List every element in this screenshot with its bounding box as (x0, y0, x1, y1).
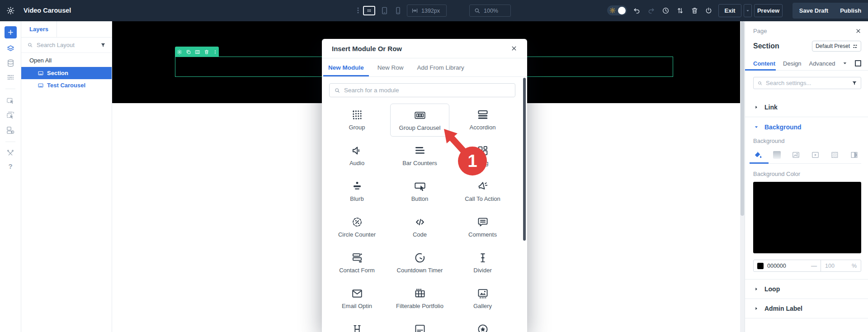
canvas-width-control[interactable]: 1392px (407, 5, 447, 17)
tab-content[interactable]: Content (753, 60, 775, 67)
section-delete-icon[interactable] (204, 49, 209, 55)
module-item-group[interactable]: Group (326, 103, 388, 139)
library-icon[interactable] (6, 126, 15, 135)
opacity-field[interactable]: 100 % (821, 260, 861, 271)
layers-icon[interactable] (6, 44, 15, 53)
undo-button[interactable] (633, 7, 641, 14)
group-loop[interactable]: Loop (745, 280, 868, 299)
open-all-button[interactable]: Open All (21, 53, 112, 67)
phone-view-button[interactable] (394, 6, 402, 15)
select-multiple-icon[interactable] (6, 111, 15, 120)
module-item-email-optin[interactable]: Email Optin (326, 282, 388, 318)
tab-new-module[interactable]: New Module (323, 58, 369, 76)
canvas-zoom-control[interactable]: 100% (469, 5, 511, 17)
trash-icon[interactable] (691, 7, 698, 14)
background-color-swatch[interactable] (753, 182, 861, 253)
builder-settings-gear-icon[interactable] (6, 6, 15, 15)
section-more-icon[interactable] (213, 50, 217, 54)
close-icon[interactable] (855, 28, 861, 34)
close-icon[interactable] (511, 45, 517, 52)
module-item-heading[interactable] (326, 318, 388, 332)
modal-scrollbar-thumb[interactable] (523, 78, 526, 241)
module-search-input[interactable] (344, 87, 510, 94)
module-label: Divider (473, 267, 491, 274)
tab-design[interactable]: Design (783, 60, 801, 67)
module-item-bar-counters[interactable]: Bar Counters (388, 139, 451, 175)
search-icon (757, 81, 763, 86)
module-item-contact-form[interactable]: Contact Form (326, 246, 388, 282)
module-item-frame-lines[interactable] (388, 318, 451, 332)
module-item-blog[interactable]: Blog (451, 139, 514, 175)
module-item-divider[interactable]: Divider (451, 246, 514, 282)
module-item-accordion[interactable]: Accordion (451, 103, 514, 139)
module-item-audio[interactable]: Audio (326, 139, 388, 175)
background-gradient-tab-icon[interactable] (773, 151, 781, 159)
module-item-blurb[interactable]: Blurb (326, 175, 388, 210)
module-item-star-circle[interactable] (451, 318, 514, 332)
section-duplicate-icon[interactable] (186, 49, 191, 55)
background-color-tab-icon[interactable] (753, 150, 762, 159)
wireframe-icon[interactable] (6, 73, 15, 82)
module-item-button[interactable]: Button (388, 175, 451, 210)
module-item-circle-counter[interactable]: Circle Counter (326, 210, 388, 246)
tablet-view-button[interactable] (380, 6, 389, 15)
section-columns-icon[interactable] (195, 49, 200, 55)
group-admin-label[interactable]: Admin Label (745, 299, 868, 318)
color-chip[interactable] (757, 263, 764, 269)
more-options-icon[interactable] (354, 7, 362, 14)
expand-box-icon[interactable] (855, 60, 861, 66)
section-settings-icon[interactable] (177, 49, 182, 55)
module-item-comments[interactable]: Comments (451, 210, 514, 246)
layers-search-input[interactable] (37, 42, 97, 48)
group-background[interactable]: Background (745, 117, 868, 137)
power-icon[interactable] (705, 7, 712, 14)
background-pattern-tab-icon[interactable] (830, 151, 839, 159)
builder-mode-toggle[interactable] (607, 5, 627, 15)
canvas-scrollbar[interactable] (740, 21, 745, 332)
color-value-row: 000000 — 100 % (753, 260, 861, 272)
database-icon[interactable] (6, 59, 15, 67)
tools-icon[interactable] (6, 149, 14, 157)
divider-icon (476, 251, 489, 264)
background-image-tab-icon[interactable] (792, 151, 800, 159)
module-item-gallery[interactable]: Gallery (451, 282, 514, 318)
save-draft-button[interactable]: Save Draft (799, 7, 828, 14)
layers-item-label: Section (47, 70, 68, 76)
add-button[interactable] (5, 26, 17, 38)
module-label: Group Carousel (399, 124, 441, 131)
module-item-call-to-action[interactable]: Call To Action (451, 175, 514, 210)
preview-button[interactable]: Preview (754, 4, 783, 17)
history-icon[interactable] (662, 7, 670, 14)
tab-advanced[interactable]: Advanced (809, 60, 835, 67)
layers-item-section[interactable]: Section (21, 67, 112, 79)
module-item-code[interactable]: Code (388, 210, 451, 246)
color-hex-field[interactable]: 000000 — (754, 260, 821, 271)
tab-add-from-library[interactable]: Add From Library (412, 58, 469, 76)
settings-search-input[interactable] (766, 80, 849, 86)
breadcrumb[interactable]: Page (753, 28, 767, 34)
help-icon[interactable]: ? (8, 163, 12, 170)
exit-dropdown-button[interactable] (744, 4, 752, 17)
default-preset-button[interactable]: Default Preset (812, 41, 861, 52)
background-video-tab-icon[interactable] (811, 151, 820, 159)
module-item-countdown-timer[interactable]: Countdown Timer (388, 246, 451, 282)
tab-new-row[interactable]: New Row (373, 58, 409, 76)
redo-button[interactable] (647, 7, 655, 14)
filter-funnel-icon[interactable] (100, 43, 106, 48)
filter-funnel-icon[interactable] (852, 81, 857, 86)
background-mask-tab-icon[interactable] (850, 151, 859, 159)
module-label: Group (349, 124, 365, 131)
tab-layers[interactable]: Layers (21, 21, 57, 37)
exit-button[interactable]: Exit (718, 4, 741, 17)
canvas-scrollbar-thumb[interactable] (741, 21, 744, 216)
layers-item-test-carousel[interactable]: Test Carousel (21, 79, 112, 91)
module-item-filterable-portfolio[interactable]: Filterable Portfolio (388, 282, 451, 318)
module-item-group-carousel[interactable]: Group Carousel (390, 104, 449, 137)
caret-down-icon[interactable] (843, 61, 847, 66)
select-element-icon[interactable] (6, 96, 15, 105)
desktop-view-button[interactable] (363, 6, 375, 15)
chevron-right-icon (754, 105, 759, 109)
publish-button[interactable]: Publish (840, 7, 861, 14)
import-export-icon[interactable] (676, 7, 684, 14)
group-link[interactable]: Link (745, 98, 868, 117)
